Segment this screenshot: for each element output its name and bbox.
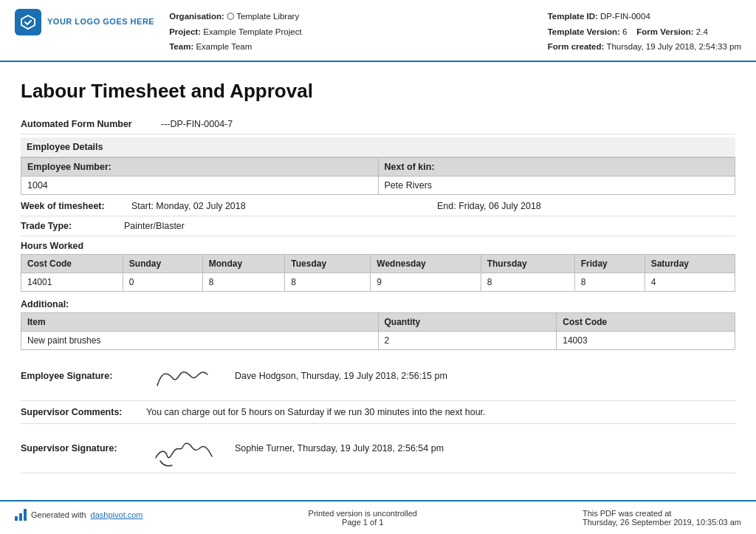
footer-left: Generated with dashpivot.com [15,509,143,521]
week-row: Week of timesheet: Start: Monday, 02 Jul… [21,196,735,216]
dashpivot-link[interactable]: dashpivot.com [91,510,143,519]
employee-number-col-header: Employee Number: [21,158,379,177]
employee-number-value: 1004 [21,177,379,195]
form-title: Labour Timesheet and Approval [21,80,735,103]
trade-type-row: Trade Type: Painter/Blaster [21,216,735,236]
logo-icon [15,9,41,35]
hours-col-cost-code: Cost Code [21,255,123,273]
hours-data-row: 140010889884 [21,273,735,292]
project-label: Project: [169,27,201,36]
page-header: YOUR LOGO GOES HERE Organisation: ⬡ Temp… [0,0,756,62]
week-start-value: Start: Monday, 02 July 2018 [131,201,430,211]
additional-cell-1: 2 [378,332,557,350]
hours-worked-header: Hours Worked [21,236,735,254]
supervisor-sig-svg [150,428,216,469]
next-of-kin-col-header: Next of kin: [378,158,735,177]
automated-form-number-row: Automated Form Number ---DP-FIN-0004-7 [21,114,735,134]
automated-form-number-value: ---DP-FIN-0004-7 [161,119,233,129]
additional-table: ItemQuantityCost Code New paint brushes2… [21,312,735,350]
hours-col-sunday: Sunday [123,255,202,273]
pdf-created-date: Thursday, 26 September 2019, 10:35:03 am [583,518,741,527]
dashpivot-icon [15,509,27,521]
header-meta: Organisation: ⬡ Template Library Project… [169,9,533,55]
hours-body: 140010889884 [21,273,735,292]
additional-col-item: Item [21,313,379,332]
header-right: Template ID: DP-FIN-0004 Template Versio… [548,9,741,55]
additional-col-cost-code: Cost Code [557,313,735,332]
hours-cell-1: 0 [123,273,202,292]
template-version-label: Template Version: [548,27,620,36]
additional-body: New paint brushes214003 [21,332,735,350]
supervisor-comments-label: Supervisor Comments: [21,407,139,417]
generated-label: Generated with [31,510,86,519]
employee-signature-name: Dave Hodgson, Thursday, 19 July 2018, 2:… [235,371,447,381]
additional-cell-2: 14003 [557,332,735,350]
hours-cell-5: 8 [481,273,574,292]
form-created-label: Form created: [548,42,605,51]
hours-table: Cost CodeSundayMondayTuesdayWednesdayThu… [21,254,735,292]
hours-cell-7: 4 [645,273,735,292]
hours-cell-0: 14001 [21,273,123,292]
supervisor-comments-row: Supervisor Comments: You can charge out … [21,401,735,424]
supervisor-signature-row: Supervisor Signature: Sophie Turner, Thu… [21,424,735,473]
automated-form-number-label: Automated Form Number [21,119,154,129]
hours-header-row: Cost CodeSundayMondayTuesdayWednesdayThu… [21,255,735,273]
employee-details-header: Employee Details [21,137,735,157]
supervisor-signature-label: Supervisor Signature: [21,443,139,453]
form-created-value: Thursday, 19 July 2018, 2:54:33 pm [606,42,741,51]
footer-center: Printed version is uncontrolled Page 1 o… [309,509,417,527]
additional-col-quantity: Quantity [378,313,557,332]
employee-table: Employee Number: Next of kin: 1004 Pete … [21,157,735,195]
additional-header: Additional: [21,293,735,312]
additional-header-row: ItemQuantityCost Code [21,313,735,332]
additional-data-row: New paint brushes214003 [21,332,735,350]
uncontrolled-text: Printed version is uncontrolled [309,509,417,518]
template-id-label: Template ID: [548,12,598,21]
week-of-timesheet-label: Week of timesheet: [21,201,124,211]
form-version-value: 2.4 [696,27,708,36]
team-value: Example Team [196,42,252,51]
footer-right: This PDF was created at Thursday, 26 Sep… [583,509,741,527]
template-version-value: 6 [622,27,627,36]
week-end-value: End: Friday, 06 July 2018 [437,201,735,211]
employee-signature-image [146,357,220,394]
supervisor-signature-image [146,430,220,467]
employee-signature-row: Employee Signature: Dave Hodgson, Thursd… [21,352,735,401]
employee-sig-svg [150,360,216,393]
hours-col-monday: Monday [202,255,285,273]
logo-text: YOUR LOGO GOES HERE [47,16,154,27]
hours-col-saturday: Saturday [645,255,735,273]
org-value: ⬡ Template Library [227,12,299,21]
project-value: Example Template Project [203,27,301,36]
trade-type-label: Trade Type: [21,221,124,231]
next-of-kin-value: Pete Rivers [378,177,735,195]
form-version-label: Form Version: [636,27,693,36]
hours-cell-4: 9 [371,273,481,292]
hours-col-thursday: Thursday [481,255,574,273]
supervisor-comments-value: You can charge out for 5 hours on Saturd… [146,407,735,417]
main-content: Labour Timesheet and Approval Automated … [0,62,756,500]
page-footer: Generated with dashpivot.com Printed ver… [0,500,756,534]
template-id-value: DP-FIN-0004 [600,12,650,21]
trade-type-value: Painter/Blaster [124,221,185,231]
hours-col-friday: Friday [574,255,645,273]
team-label: Team: [169,42,193,51]
hours-col-wednesday: Wednesday [371,255,481,273]
org-label: Organisation: [169,12,224,21]
logo-area: YOUR LOGO GOES HERE [15,9,154,35]
page-label: Page 1 of 1 [309,518,417,527]
hours-col-tuesday: Tuesday [285,255,371,273]
hours-cell-6: 8 [574,273,645,292]
employee-data-row: 1004 Pete Rivers [21,177,735,195]
hours-cell-3: 8 [285,273,371,292]
pdf-created-label: This PDF was created at [583,509,741,518]
hours-cell-2: 8 [202,273,285,292]
supervisor-signature-name: Sophie Turner, Thursday, 19 July 2018, 2… [235,443,444,453]
employee-signature-label: Employee Signature: [21,371,139,381]
additional-cell-0: New paint brushes [21,332,379,350]
